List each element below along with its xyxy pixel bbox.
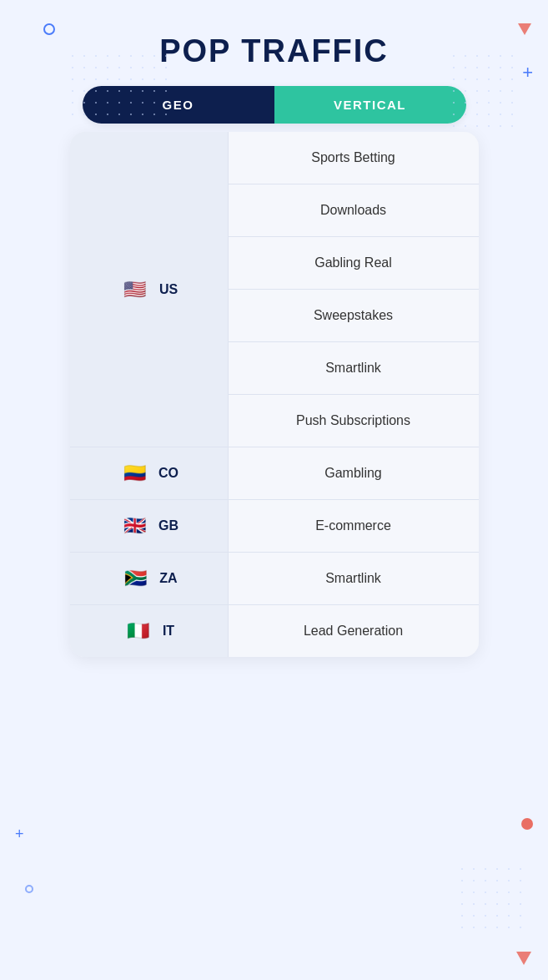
geo-cell-za: 🇿🇦 ZA <box>70 553 229 604</box>
vertical-push-subscriptions: Push Subscriptions <box>229 395 479 447</box>
tab-container: GEO VERTICAL <box>83 86 466 124</box>
flag-us: 🇺🇸 <box>119 274 151 306</box>
geo-cell-gb: 🇬🇧 GB <box>70 500 229 552</box>
vertical-sweepstakes: Sweepstakes <box>229 290 479 342</box>
table-card: 🇺🇸 US Sports Betting Downloads Gabling R… <box>70 132 479 657</box>
vertical-group-us: Sports Betting Downloads Gabling Real Sw… <box>229 132 479 447</box>
flag-it: 🇮🇹 <box>123 615 154 647</box>
geo-cell-co: 🇨🇴 CO <box>70 447 229 499</box>
geo-cell-it: 🇮🇹 IT <box>70 605 229 657</box>
vertical-sports-betting: Sports Betting <box>229 132 479 184</box>
deco-plus-mid-left: + <box>15 826 24 841</box>
flag-gb: 🇬🇧 <box>118 510 150 542</box>
geo-label-gb: GB <box>158 518 178 533</box>
geo-label-it: IT <box>163 624 174 639</box>
table-row-it: 🇮🇹 IT Lead Generation <box>70 605 479 657</box>
table-row-za: 🇿🇦 ZA Smartlink <box>70 553 479 605</box>
vertical-downloads: Downloads <box>229 184 479 237</box>
deco-circle-mid-right <box>521 818 533 830</box>
page-title: POP TRAFFIC <box>0 0 548 86</box>
tab-vertical[interactable]: VERTICAL <box>274 86 466 124</box>
tab-geo[interactable]: GEO <box>83 86 274 124</box>
deco-circle-bottom-left <box>25 885 33 893</box>
table-row-co: 🇨🇴 CO Gambling <box>70 447 479 500</box>
vertical-gabling-real: Gabling Real <box>229 237 479 290</box>
table-row-gb: 🇬🇧 GB E-commerce <box>70 500 479 553</box>
dot-grid-bottom-right <box>456 863 523 930</box>
deco-triangle-bottom-right <box>516 952 531 965</box>
vertical-lead-generation: Lead Generation <box>229 605 479 657</box>
vertical-smartlink-za: Smartlink <box>229 553 479 604</box>
flag-za: 🇿🇦 <box>119 563 151 594</box>
geo-cell-us: 🇺🇸 US <box>70 132 229 447</box>
vertical-smartlink-us: Smartlink <box>229 342 479 395</box>
geo-label-za: ZA <box>159 571 177 586</box>
flag-co: 🇨🇴 <box>118 457 150 489</box>
geo-label-us: US <box>159 282 178 297</box>
vertical-ecommerce: E-commerce <box>229 500 479 552</box>
table-row-us: 🇺🇸 US Sports Betting Downloads Gabling R… <box>70 132 479 447</box>
vertical-gambling: Gambling <box>229 447 479 499</box>
geo-label-co: CO <box>158 466 178 481</box>
